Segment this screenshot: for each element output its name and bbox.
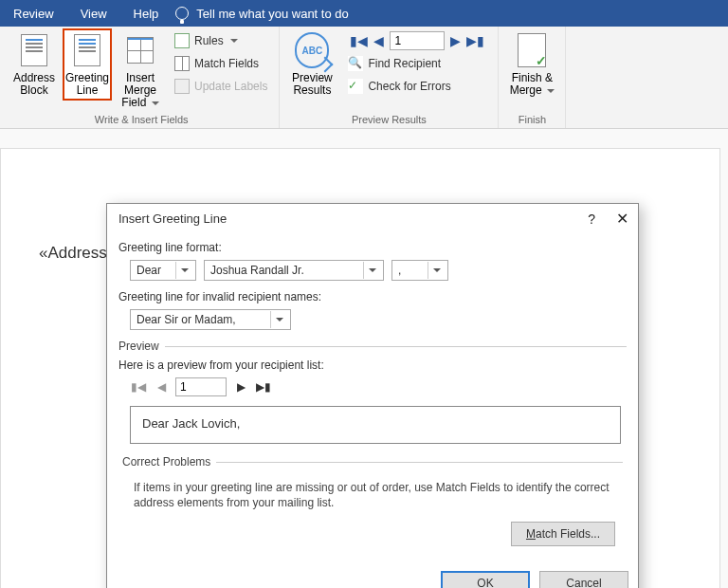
salutation-value: Dear	[136, 264, 161, 277]
dialog-title: Insert Greeting Line	[118, 211, 227, 226]
preview-box: Dear Jack Lovich,	[130, 406, 621, 444]
preview-last-button[interactable]: ▶▮	[255, 377, 272, 396]
address-block-button[interactable]: Address Block	[9, 28, 59, 101]
address-block-icon	[21, 34, 47, 66]
preview-results-label: Preview Results	[287, 72, 337, 97]
dialog-close-button[interactable]: ✕	[616, 210, 628, 228]
tell-me-search[interactable]: Tell me what you want to do	[175, 7, 348, 21]
group-finish: Finish & Merge Finish	[499, 27, 566, 128]
chevron-down-icon	[547, 89, 555, 93]
invalid-label: Greeting line for invalid recipient name…	[118, 290, 627, 303]
chevron-down-icon	[181, 268, 189, 272]
rules-icon	[174, 33, 190, 48]
match-fields-dialog-button[interactable]: Match Fields...	[511, 522, 615, 546]
punctuation-value: ,	[398, 264, 401, 277]
record-number-input[interactable]	[390, 31, 445, 50]
group-label-preview: Preview Results	[352, 114, 427, 128]
preview-section-header: Preview	[118, 340, 627, 353]
preview-first-button[interactable]: ▮◀	[130, 377, 147, 396]
menu-help[interactable]: Help	[120, 7, 173, 21]
cancel-button[interactable]: Cancel	[539, 571, 628, 588]
find-recipient-label: Find Recipient	[368, 57, 441, 70]
preview-text: Dear Jack Lovich,	[142, 416, 240, 431]
merge-field-icon	[127, 37, 154, 64]
find-recipient-icon: 🔍	[348, 56, 363, 71]
finish-merge-button[interactable]: Finish & Merge	[504, 28, 559, 101]
dialog-help-button[interactable]: ?	[588, 211, 595, 227]
menu-view[interactable]: View	[67, 7, 120, 21]
group-write-insert: Address Block Greeting Line Insert Merge…	[4, 27, 280, 128]
dialog-titlebar: Insert Greeting Line ? ✕	[107, 204, 638, 235]
invalid-greeting-value: Dear Sir or Madam,	[136, 313, 236, 326]
menu-review[interactable]: Review	[0, 7, 67, 21]
insert-merge-field-label: Insert Merge Field	[118, 72, 163, 110]
punctuation-combo[interactable]: ,	[391, 260, 448, 281]
group-label-finish: Finish	[519, 114, 546, 128]
insert-greeting-line-dialog: Insert Greeting Line ? ✕ Greeting line f…	[106, 203, 639, 588]
check-errors-button[interactable]: ✓ Check for Errors	[346, 76, 488, 97]
update-labels-button: Update Labels	[173, 76, 269, 97]
update-labels-icon	[174, 79, 190, 94]
preview-results-icon: ABC	[295, 32, 329, 68]
last-record-button[interactable]: ▶▮	[466, 33, 484, 49]
name-format-value: Joshua Randall Jr.	[210, 264, 304, 277]
group-label-write: Write & Insert Fields	[95, 114, 189, 128]
chevron-down-icon	[276, 318, 283, 322]
record-nav: ▮◀ ◀ ▶ ▶▮	[346, 30, 488, 51]
correct-label: Correct Problems	[122, 455, 210, 469]
group-preview-results: ABC Preview Results ▮◀ ◀ ▶ ▶▮ 🔍 Find Rec…	[280, 27, 499, 128]
preview-prev-button[interactable]: ◀	[153, 377, 170, 396]
chevron-down-icon	[433, 268, 441, 272]
rules-label: Rules	[194, 34, 224, 47]
preview-next-button[interactable]: ▶	[232, 377, 249, 396]
match-fields-label: Match Fields	[194, 57, 259, 70]
insert-merge-field-button[interactable]: Insert Merge Field	[116, 28, 165, 114]
match-fields-button[interactable]: Match Fields	[173, 53, 269, 74]
chevron-down-icon	[152, 101, 159, 105]
check-errors-icon: ✓	[348, 79, 363, 94]
address-block-label: Address Block	[11, 72, 57, 97]
invalid-greeting-combo[interactable]: Dear Sir or Madam,	[130, 309, 291, 330]
salutation-combo[interactable]: Dear	[130, 260, 196, 281]
greeting-line-icon	[74, 34, 100, 66]
correct-section-header: Correct Problems	[122, 455, 623, 469]
menubar: Review View Help Tell me what you want t…	[0, 0, 728, 27]
tell-me-label: Tell me what you want to do	[196, 7, 348, 21]
preview-results-button[interactable]: ABC Preview Results	[285, 28, 338, 101]
find-recipient-button[interactable]: 🔍 Find Recipient	[346, 53, 488, 74]
address-block-field: «Addressl	[39, 244, 111, 262]
preview-index-input[interactable]	[175, 377, 227, 396]
finish-merge-label: Finish & Merge	[506, 72, 557, 97]
lightbulb-icon	[175, 7, 189, 20]
preview-nav: ▮◀ ◀ ▶ ▶▮	[130, 377, 627, 396]
ribbon: Address Block Greeting Line Insert Merge…	[0, 27, 728, 129]
preview-desc: Here is a preview from your recipient li…	[118, 358, 627, 372]
correct-desc: If items in your greeting line are missi…	[122, 474, 623, 516]
ok-button[interactable]: OK	[441, 571, 530, 588]
format-label: Greeting line format:	[118, 241, 627, 254]
finish-merge-icon	[518, 33, 546, 67]
preview-label: Preview	[118, 340, 159, 353]
chevron-down-icon	[230, 39, 238, 43]
chevron-down-icon	[369, 268, 376, 272]
update-labels-label: Update Labels	[194, 80, 267, 93]
check-errors-label: Check for Errors	[368, 80, 450, 93]
greeting-line-button[interactable]: Greeting Line	[63, 28, 112, 101]
name-format-combo[interactable]: Joshua Randall Jr.	[204, 260, 384, 281]
match-fields-icon	[174, 56, 190, 71]
first-record-button[interactable]: ▮◀	[350, 33, 368, 49]
rules-button[interactable]: Rules	[173, 30, 269, 51]
greeting-line-label: Greeting Line	[64, 72, 110, 97]
next-record-button[interactable]: ▶	[450, 33, 461, 49]
prev-record-button[interactable]: ◀	[373, 33, 384, 49]
